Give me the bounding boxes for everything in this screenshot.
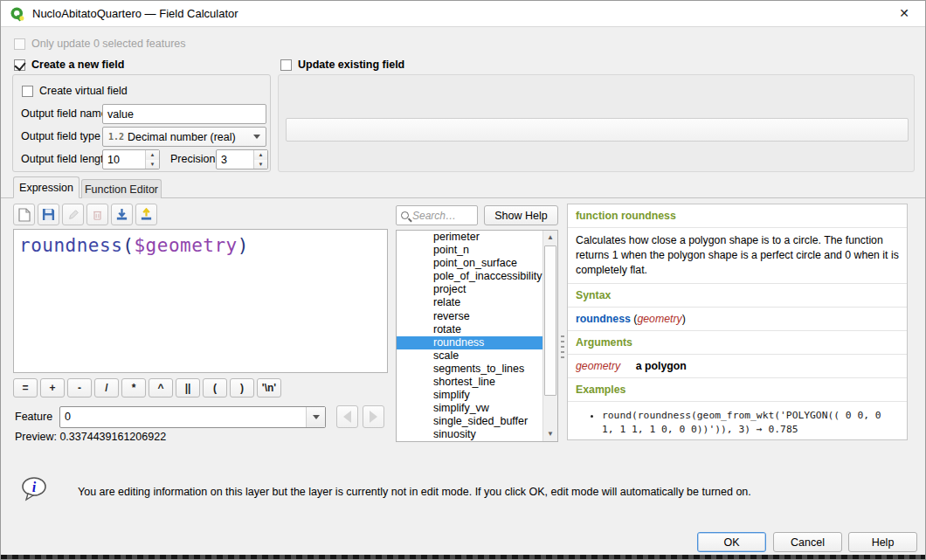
precision-stepper[interactable]: 3 ▲▼: [216, 149, 268, 169]
help-syntax-line: roundness (geometry): [568, 308, 907, 331]
precision-label: Precision: [170, 153, 215, 165]
ok-button[interactable]: OK: [697, 532, 766, 552]
feature-dropdown-button[interactable]: [306, 407, 325, 427]
tab-expression[interactable]: Expression: [13, 176, 79, 198]
show-help-button[interactable]: Show Help: [484, 205, 558, 225]
list-item[interactable]: point_on_surface: [397, 257, 557, 270]
preview-label: Preview:: [15, 431, 57, 443]
ok-button-label: OK: [723, 536, 739, 549]
create-new-field-label: Create a new field: [31, 59, 124, 71]
length-spin-buttons[interactable]: ▲▼: [145, 150, 159, 169]
function-list[interactable]: perimeter point_n point_on_surface pole_…: [396, 230, 558, 442]
scroll-down-icon[interactable]: ▼: [543, 427, 557, 441]
list-item[interactable]: simplify: [397, 389, 557, 402]
operator-concat-button[interactable]: ||: [176, 378, 200, 398]
list-item[interactable]: segments_to_lines: [397, 363, 557, 376]
previous-feature-button[interactable]: [336, 405, 358, 428]
list-item[interactable]: perimeter: [397, 231, 557, 244]
precision-value: 3: [217, 154, 253, 166]
list-item[interactable]: project: [397, 283, 557, 296]
update-existing-field-checkbox[interactable]: Update existing field: [280, 59, 404, 71]
tab-function-editor[interactable]: Function Editor: [81, 179, 162, 198]
search-placeholder: Search…: [412, 210, 456, 222]
list-item[interactable]: simplify_vw: [397, 402, 557, 415]
spin-up-icon[interactable]: ▲: [146, 150, 159, 160]
arrow-right-icon: →: [757, 424, 763, 435]
expression-editor[interactable]: roundness($geometry): [13, 229, 388, 373]
list-item[interactable]: point_n: [397, 244, 557, 257]
list-item[interactable]: sinuosity: [397, 428, 557, 441]
arrow-left-icon: [343, 411, 351, 423]
spin-up-icon[interactable]: ▲: [254, 150, 267, 160]
feature-select[interactable]: 0: [59, 406, 326, 428]
save-expression-button[interactable]: [38, 204, 59, 225]
cancel-button-label: Cancel: [791, 536, 825, 549]
trash-icon: [92, 209, 103, 221]
operator-plus-button[interactable]: +: [40, 378, 65, 398]
output-field-length-label: Output field length: [21, 153, 109, 165]
spin-down-icon[interactable]: ▼: [146, 160, 159, 169]
output-field-type-value: Decimal number (real): [128, 131, 236, 143]
preview-row: Preview: 0.3374439161206922: [15, 431, 166, 443]
list-item[interactable]: scale: [397, 349, 557, 363]
help-button-label: Help: [872, 536, 895, 549]
operator-power-button[interactable]: ^: [149, 378, 173, 398]
operator-close-paren-button[interactable]: ): [230, 378, 254, 398]
output-field-name-value: value: [107, 108, 134, 121]
next-feature-button[interactable]: [363, 405, 384, 428]
create-new-field-checkbox-box[interactable]: [14, 59, 25, 71]
create-virtual-field-checkbox-box[interactable]: [22, 86, 33, 97]
search-input[interactable]: Search…: [396, 205, 478, 225]
list-item[interactable]: rotate: [397, 323, 557, 336]
operator-equals-button[interactable]: =: [13, 378, 38, 398]
operator-minus-button[interactable]: -: [67, 378, 92, 398]
update-existing-field-label: Update existing field: [298, 59, 404, 71]
import-expression-button[interactable]: [111, 204, 133, 225]
expression-variable: $geometry: [134, 235, 237, 256]
precision-spin-buttons[interactable]: ▲▼: [253, 150, 267, 169]
function-list-scrollbar[interactable]: ▲ ▼: [542, 231, 557, 441]
output-field-type-select[interactable]: 1.2 Decimal number (real): [102, 127, 266, 147]
list-item[interactable]: pole_of_inaccessibility: [397, 270, 557, 283]
only-update-checkbox-box: [14, 38, 25, 50]
output-field-name-input[interactable]: value: [102, 104, 266, 124]
list-item-selected[interactable]: roundness: [397, 336, 557, 349]
delete-expression-button[interactable]: [86, 204, 108, 225]
update-existing-field-checkbox-box[interactable]: [280, 59, 292, 71]
operator-divide-button[interactable]: /: [94, 378, 119, 398]
function-help-panel: function roundness Calculates how close …: [567, 204, 908, 440]
new-expression-button[interactable]: [13, 204, 35, 225]
close-icon[interactable]: ✕: [895, 6, 913, 22]
list-item[interactable]: shortest_line: [397, 376, 557, 389]
list-item[interactable]: single_sided_buffer: [397, 415, 557, 428]
create-new-field-checkbox[interactable]: Create a new field: [14, 59, 124, 71]
create-virtual-field-checkbox[interactable]: Create virtual field: [22, 85, 128, 97]
background-edge: [1, 555, 925, 559]
expression-open-paren: (: [122, 235, 134, 256]
title-bar: NucloAbitatoQuartero — Field Calculator …: [1, 1, 925, 27]
scroll-up-icon[interactable]: ▲: [543, 231, 557, 245]
operator-open-paren-button[interactable]: (: [203, 378, 227, 398]
help-argument-row: geometry a polygon: [568, 355, 907, 378]
output-field-length-stepper[interactable]: 10 ▲▼: [102, 149, 160, 169]
spin-down-icon[interactable]: ▼: [254, 160, 267, 169]
search-icon: [401, 211, 409, 219]
operator-multiply-button[interactable]: *: [121, 378, 146, 398]
panel-splitter-handle[interactable]: [561, 335, 564, 358]
help-button[interactable]: Help: [848, 532, 917, 552]
edit-expression-button[interactable]: [62, 204, 84, 225]
expression-function: roundness: [19, 235, 122, 256]
export-expression-button[interactable]: [135, 204, 157, 225]
scrollbar-thumb[interactable]: [544, 245, 556, 396]
list-item[interactable]: reverse: [397, 310, 557, 323]
syntax-argument: geometry: [637, 313, 681, 325]
import-down-arrow-icon: [115, 208, 128, 221]
cancel-button[interactable]: Cancel: [773, 532, 842, 552]
field-calculator-dialog: { "window": { "title": "NucloAbitatoQuar…: [0, 0, 926, 560]
list-item[interactable]: relate: [397, 296, 557, 309]
operator-newline-button[interactable]: '\n': [257, 378, 281, 398]
update-existing-field-group: [278, 74, 915, 172]
qgis-logo-icon: [10, 6, 25, 22]
export-up-arrow-icon: [140, 208, 153, 221]
save-icon: [42, 208, 55, 221]
